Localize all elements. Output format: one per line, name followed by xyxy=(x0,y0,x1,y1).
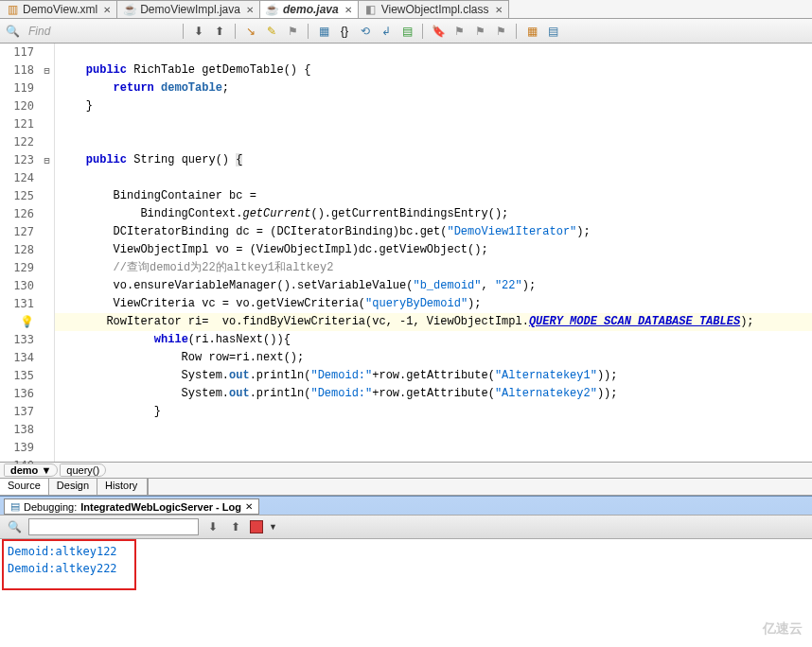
fold-toggle xyxy=(40,439,54,457)
tab-demo-java[interactable]: ☕ demo.java ✕ xyxy=(260,0,359,18)
tab-demoview-xml[interactable]: ▥ DemoView.xml ✕ xyxy=(0,0,117,18)
log-line: Demoid:altkey122 xyxy=(2,545,810,562)
code-content[interactable]: public RichTable getDemoTable() { return… xyxy=(55,44,812,462)
preview-icon[interactable]: ▦ xyxy=(523,23,540,40)
close-icon[interactable]: ✕ xyxy=(245,501,253,512)
code-editor[interactable]: 1171181191201211221231241251261271281291… xyxy=(0,44,812,462)
debug-tab[interactable]: ▤ Debugging: IntegratedWebLogicServer - … xyxy=(4,498,259,515)
debug-icon: ▤ xyxy=(10,500,20,513)
flag-prev-icon[interactable]: ⚑ xyxy=(492,23,509,40)
code-line[interactable]: Row row=ri.next(); xyxy=(55,349,812,367)
code-line[interactable]: return demoTable; xyxy=(55,79,812,97)
line-number: 117 xyxy=(0,44,34,61)
bookmark-icon[interactable]: 🔖 xyxy=(430,23,447,40)
code-line[interactable] xyxy=(55,169,812,187)
fold-toggle xyxy=(40,79,54,97)
code-line[interactable]: } xyxy=(55,97,812,115)
code-line[interactable] xyxy=(55,457,812,475)
code-line[interactable]: System.out.println("Demoid:"+row.getAttr… xyxy=(55,367,812,385)
search-icon[interactable]: 🔍 xyxy=(6,518,23,535)
stop-button[interactable] xyxy=(250,520,263,533)
file-tabs: ▥ DemoView.xml ✕ ☕ DemoViewImpl.java ✕ ☕… xyxy=(0,0,812,19)
tab-label: demo.java xyxy=(283,3,339,16)
code-line[interactable] xyxy=(55,421,812,439)
line-numbers: 1171181191201211221231241251261271281291… xyxy=(0,44,40,462)
tab-viewobjectimpl-class[interactable]: ◧ ViewObjectImpl.class ✕ xyxy=(359,0,509,18)
find-next-icon[interactable]: ⬇ xyxy=(204,518,221,535)
code-line[interactable]: public RichTable getDemoTable() { xyxy=(55,61,812,79)
fold-toggle xyxy=(40,421,54,439)
fold-toggle xyxy=(40,331,54,349)
line-number: 125 xyxy=(0,187,34,205)
fold-toggle xyxy=(40,44,54,61)
db-icon[interactable]: ▤ xyxy=(398,23,415,40)
fold-column[interactable]: ⊟⊟ xyxy=(40,44,55,462)
highlight-icon[interactable]: ✎ xyxy=(263,23,280,40)
code-line[interactable]: BindingContainer bc = xyxy=(55,187,812,205)
code-line[interactable]: while(ri.hasNext()){ xyxy=(55,331,812,349)
compare-icon[interactable]: ▤ xyxy=(544,23,561,40)
close-icon[interactable]: ✕ xyxy=(344,5,352,15)
line-number: 137 xyxy=(0,403,34,421)
line-number: 💡 xyxy=(0,313,34,331)
fold-toggle[interactable]: ⊟ xyxy=(40,151,54,169)
fold-toggle[interactable]: ⊟ xyxy=(40,61,54,79)
line-number: 124 xyxy=(0,169,34,187)
debug-title: IntegratedWebLogicServer - Log xyxy=(80,501,241,513)
log-output[interactable]: Demoid:altkey122 Demoid:altkey222 xyxy=(0,539,812,621)
code-line[interactable]: BindingContext.getCurrent().getCurrentBi… xyxy=(55,205,812,223)
search-icon[interactable]: 🔍 xyxy=(4,23,21,40)
find-prev-icon[interactable]: ⬆ xyxy=(211,23,228,40)
line-number: 136 xyxy=(0,385,34,403)
find-next-icon[interactable]: ⬇ xyxy=(190,23,207,40)
dropdown-icon[interactable]: ▼ xyxy=(269,522,277,532)
find-prev-icon[interactable]: ⬆ xyxy=(227,518,244,535)
tab-source[interactable]: Source xyxy=(0,479,49,495)
watermark: 亿速云 xyxy=(763,621,803,638)
code-line[interactable]: DCIteratorBinding dc = (DCIteratorBindin… xyxy=(55,223,812,241)
tab-demoviewimpl-java[interactable]: ☕ DemoViewImpl.java ✕ xyxy=(117,0,260,18)
line-number: 121 xyxy=(0,115,34,133)
code-line[interactable]: public String query() { xyxy=(55,151,812,169)
java-icon: ☕ xyxy=(266,3,279,16)
code-line[interactable] xyxy=(55,44,812,61)
tab-history[interactable]: History xyxy=(97,479,149,495)
fold-toggle xyxy=(40,367,54,385)
debug-panel: ▤ Debugging: IntegratedWebLogicServer - … xyxy=(0,496,812,621)
close-icon[interactable]: ✕ xyxy=(103,5,111,15)
wrap-icon[interactable]: ↲ xyxy=(378,23,395,40)
breadcrumb-class[interactable]: demo ▼ xyxy=(4,463,58,477)
code-line[interactable]: ViewObjectImpl vo = (ViewObjectImpl)dc.g… xyxy=(55,241,812,259)
code-line[interactable]: ViewCriteria vc = vo.getViewCriteria("qu… xyxy=(55,295,812,313)
class-icon: ◧ xyxy=(364,3,378,16)
debug-search-input[interactable] xyxy=(28,518,199,535)
fold-toggle xyxy=(40,277,54,295)
code-line[interactable]: vo.ensureVariableManager().setVariableVa… xyxy=(55,277,812,295)
braces-icon[interactable]: {} xyxy=(336,23,353,40)
close-icon[interactable]: ✕ xyxy=(495,5,503,15)
flag-next-icon[interactable]: ⚑ xyxy=(471,23,488,40)
goto-icon[interactable]: ↘ xyxy=(242,23,259,40)
line-number: 134 xyxy=(0,349,34,367)
find-input[interactable]: Find xyxy=(25,25,176,38)
line-number: 131 xyxy=(0,295,34,313)
flag-icon[interactable]: ⚑ xyxy=(450,23,468,40)
view-tabs: Source Design History xyxy=(0,479,812,496)
code-line[interactable]: RowIterator ri= vo.findByViewCriteria(vc… xyxy=(55,313,812,331)
block-icon[interactable]: ▦ xyxy=(315,23,332,40)
code-line[interactable] xyxy=(55,115,812,133)
code-line[interactable] xyxy=(55,439,812,457)
code-line[interactable]: System.out.println("Demoid:"+row.getAttr… xyxy=(55,385,812,403)
code-line[interactable]: } xyxy=(55,403,812,421)
fold-toggle xyxy=(40,205,54,223)
bookmark-toggle-icon[interactable]: ⚑ xyxy=(284,23,301,40)
line-number: 120 xyxy=(0,97,34,115)
tab-design[interactable]: Design xyxy=(49,479,97,495)
reformat-icon[interactable]: ⟲ xyxy=(357,23,374,40)
xml-icon: ▥ xyxy=(6,3,19,16)
code-line[interactable]: //查询demoid为22的altkey1和altkey2 xyxy=(55,259,812,277)
code-line[interactable] xyxy=(55,133,812,151)
line-number: 130 xyxy=(0,277,34,295)
tab-label: DemoViewImpl.java xyxy=(140,3,240,16)
close-icon[interactable]: ✕ xyxy=(246,5,254,15)
